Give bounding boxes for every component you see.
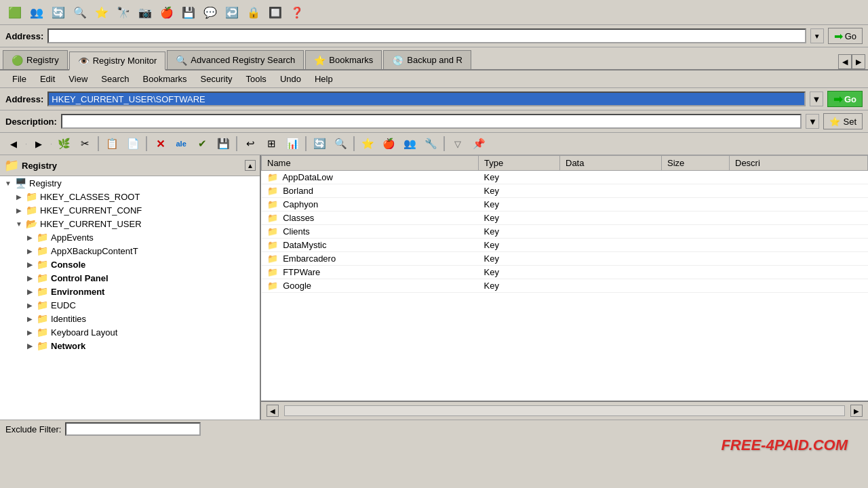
col-header-descri[interactable]: Descri <box>730 156 868 171</box>
tab-bookmarks[interactable]: ⭐ Bookmarks <box>305 50 382 69</box>
search2-button[interactable]: 🔍 <box>331 135 350 152</box>
table-row[interactable]: 📁 Clients Key <box>262 225 868 239</box>
tree-item-controlpanel[interactable]: ▶ 📁 Control Panel <box>0 271 260 285</box>
go-button-top[interactable]: ➡ Go <box>828 28 863 44</box>
description-dropdown-btn[interactable]: ▼ <box>806 114 819 129</box>
forward-button[interactable]: ▶ <box>29 135 48 152</box>
tree-item-appevents[interactable]: ▶ 📁 AppEvents <box>0 230 260 244</box>
row-folder-icon: 📁 <box>267 267 278 277</box>
toolbar-icon-chat[interactable]: 💬 <box>201 3 220 22</box>
toolbar-icon-green[interactable]: 🟩 <box>5 3 24 22</box>
table-row[interactable]: 📁 AppDataLow Key <box>262 171 868 184</box>
tab-monitor[interactable]: 👁️ Registry Monitor <box>69 52 166 70</box>
copy-button[interactable]: 📋 <box>102 135 121 152</box>
tree-label-environment: Environment <box>51 287 104 297</box>
menu-file[interactable]: File <box>5 73 33 85</box>
toolbar-icon-camera[interactable]: 📷 <box>136 3 155 22</box>
window-button[interactable]: ⊞ <box>262 135 281 152</box>
horizontal-scrollbar[interactable] <box>284 405 845 416</box>
toolbar-icon-binoculars[interactable]: 🔭 <box>114 3 133 22</box>
tree-item-network[interactable]: ▶ 📁 Network <box>0 339 260 352</box>
tree-label-console: Console <box>51 260 85 270</box>
col-header-name[interactable]: Name <box>262 156 479 171</box>
pin-button[interactable]: 📌 <box>469 135 488 152</box>
set-button[interactable]: ⭐ Set <box>823 113 863 129</box>
exclude-filter-input[interactable] <box>65 422 201 436</box>
tree-item-appxbackup[interactable]: ▶ 📁 AppXBackupContentT <box>0 244 260 258</box>
tools-button[interactable]: 🔧 <box>421 135 440 152</box>
users-button[interactable]: 👥 <box>400 135 419 152</box>
table-row[interactable]: 📁 Borland Key <box>262 184 868 198</box>
chart-button[interactable]: 📊 <box>283 135 302 152</box>
path-dropdown-btn[interactable]: ▼ <box>810 92 823 106</box>
toolbar-icon-search[interactable]: 🔍 <box>71 3 90 22</box>
scroll-left-btn[interactable]: ◀ <box>267 405 279 417</box>
tree-item-keyboard[interactable]: ▶ 📁 Keyboard Layout <box>0 325 260 339</box>
tab-backup[interactable]: 💿 Backup and R <box>383 50 471 69</box>
toolbar-icon-help[interactable]: ❓ <box>288 3 307 22</box>
tab-search[interactable]: 🔍 Advanced Registry Search <box>167 50 304 69</box>
save2-button[interactable]: 💾 <box>214 135 233 152</box>
folder-icon-keyboard: 📁 <box>37 327 48 338</box>
tree-item-identities[interactable]: ▶ 📁 Identities <box>0 312 260 325</box>
tab-nav-right[interactable]: ▶ <box>852 54 865 69</box>
table-row[interactable]: 📁 Classes Key <box>262 211 868 225</box>
tree-item-eudc[interactable]: ▶ 📁 EUDC <box>0 298 260 312</box>
toolbar-icon-square[interactable]: 🔲 <box>266 3 285 22</box>
toolbar-icon-save[interactable]: 💾 <box>179 3 198 22</box>
tree-item-hkcc[interactable]: ▶ 📁 HKEY_CURRENT_CONF <box>0 203 260 217</box>
toolbar-icon-lock[interactable]: 🔒 <box>244 3 263 22</box>
tab-registry[interactable]: 🟢 Registry <box>3 50 68 69</box>
toolbar-icon-users[interactable]: 👥 <box>27 3 46 22</box>
table-row[interactable]: 📁 DataMystic Key <box>262 239 868 252</box>
refresh2-button[interactable]: 🔄 <box>310 135 329 152</box>
menu-bookmarks[interactable]: Bookmarks <box>136 73 194 85</box>
table-row[interactable]: 📁 FTPWare Key <box>262 266 868 279</box>
tree-item-environment[interactable]: ▶ 📁 Environment <box>0 285 260 298</box>
col-header-size[interactable]: Size <box>662 156 730 171</box>
go-button-path[interactable]: ➡ Go <box>827 91 863 107</box>
menu-edit[interactable]: Edit <box>33 73 62 85</box>
fav-button[interactable]: ⭐ <box>358 135 377 152</box>
menu-tools[interactable]: Tools <box>239 73 273 85</box>
apple-button[interactable]: 🍎 <box>379 135 398 152</box>
table-scroll[interactable]: Name Type Data Size Descri 📁 AppDataLow … <box>261 155 868 401</box>
col-header-data[interactable]: Data <box>560 156 662 171</box>
delete-button[interactable]: ✕ <box>151 135 170 152</box>
toolbar-icon-refresh[interactable]: 🔄 <box>49 3 68 22</box>
tree-item-hkcu[interactable]: ▼ 📂 HKEY_CURRENT_USER <box>0 217 260 230</box>
tree-item-registry[interactable]: ▼ 🖥️ Registry <box>0 176 260 190</box>
menu-help[interactable]: Help <box>308 73 340 85</box>
toolbar-icon-star[interactable]: ⭐ <box>92 3 111 22</box>
scroll-right-btn[interactable]: ▶ <box>850 405 863 417</box>
table-row[interactable]: 📁 Google Key <box>262 279 868 293</box>
table-row[interactable]: 📁 Caphyon Key <box>262 198 868 211</box>
description-input[interactable] <box>61 114 802 129</box>
home-button[interactable]: 🌿 <box>54 135 73 152</box>
tree-scroll-up[interactable]: ▲ <box>245 160 256 171</box>
back-button[interactable]: ◀ <box>4 135 23 152</box>
expand-identities: ▶ <box>24 313 35 324</box>
right-panel: Name Type Data Size Descri 📁 AppDataLow … <box>261 155 868 420</box>
rename-button[interactable]: aIe <box>172 135 191 152</box>
check-button[interactable]: ✔ <box>193 135 212 152</box>
cut-button[interactable]: ✂ <box>75 135 94 152</box>
paste-button[interactable]: 📄 <box>123 135 142 152</box>
undo2-button[interactable]: ↩ <box>241 135 260 152</box>
address-dropdown-btn-top[interactable]: ▼ <box>810 28 824 43</box>
menu-view[interactable]: View <box>62 73 94 85</box>
toolbar-sep-2: · <box>50 140 52 148</box>
address-input-top[interactable] <box>47 28 806 43</box>
filter-button[interactable]: ▽ <box>448 135 467 152</box>
tab-nav-left[interactable]: ◀ <box>838 54 852 69</box>
tree-item-console[interactable]: ▶ 📁 Console <box>0 258 260 271</box>
tree-item-hkcr[interactable]: ▶ 📁 HKEY_CLASSES_ROOT <box>0 190 260 203</box>
toolbar-icon-undo[interactable]: ↩️ <box>222 3 241 22</box>
menu-search[interactable]: Search <box>94 73 136 85</box>
col-header-type[interactable]: Type <box>479 156 560 171</box>
menu-undo[interactable]: Undo <box>273 73 308 85</box>
toolbar-icon-apple[interactable]: 🍎 <box>157 3 176 22</box>
address-input-path[interactable] <box>47 92 806 106</box>
table-row[interactable]: 📁 Embarcadero Key <box>262 252 868 266</box>
menu-security[interactable]: Security <box>194 73 239 85</box>
